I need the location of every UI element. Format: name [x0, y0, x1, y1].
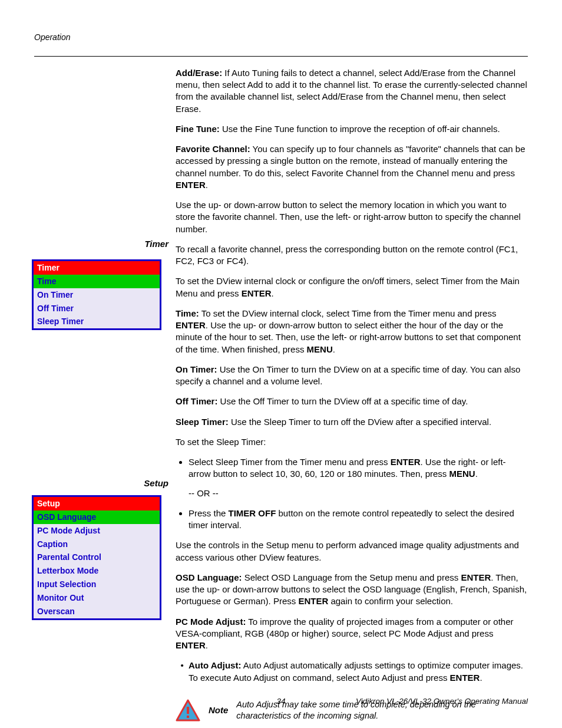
- header-section: Operation: [34, 32, 528, 43]
- timer-menu: Timer Time On Timer Off Timer Sleep Time…: [32, 259, 161, 330]
- setup-menu-title: Setup: [34, 497, 160, 510]
- para-pc-mode: PC Mode Adjust: To improve the quality o…: [176, 616, 528, 652]
- auto-adjust-item: Auto Adjust: Auto Adjust automatically a…: [189, 660, 528, 684]
- footer: 34 Vidikron VL-26/VL-32 Owner's Operatin…: [34, 696, 528, 707]
- setup-menu-highlight: OSD Language: [34, 510, 160, 524]
- timer-menu-title: Timer: [34, 261, 160, 275]
- para-on-timer: On Timer: Use the On Timer to turn the D…: [176, 364, 528, 388]
- timer-menu-highlight: Time: [34, 275, 160, 288]
- para-timer-intro: To set the DView internal clock or confi…: [176, 275, 528, 299]
- sleep-item-2: Press the TIMER OFF button on the remote…: [189, 508, 528, 532]
- para-setup-intro: Use the controls in the Setup menu to pe…: [176, 539, 528, 564]
- para-add-erase: Add/Erase: If Auto Tuning fails to detec…: [176, 67, 528, 115]
- setup-menu-item: Input Selection: [34, 578, 160, 591]
- setup-menu-item: Letterbox Mode: [34, 564, 160, 578]
- para-off-timer: Off Timer: Use the Off Timer to turn the…: [176, 396, 528, 407]
- sidebar-label-timer: Timer: [51, 238, 168, 250]
- para-sleep-timer: Sleep Timer: Use the Sleep Timer to turn…: [176, 416, 528, 428]
- page-number: 34: [276, 696, 285, 707]
- sidebar: Timer Timer Time On Timer Off Timer Slee…: [34, 67, 176, 722]
- main-content: Add/Erase: If Auto Tuning fails to detec…: [176, 67, 528, 722]
- timer-menu-item: Sleep Timer: [34, 315, 160, 328]
- svg-rect-2: [187, 716, 189, 718]
- setup-menu-item: PC Mode Adjust: [34, 524, 160, 538]
- timer-menu-item: On Timer: [34, 288, 160, 302]
- para-sleep-intro: To set the Sleep Timer:: [176, 436, 528, 448]
- pc-mode-list: Auto Adjust: Auto Adjust automatically a…: [176, 660, 528, 684]
- setup-menu-item: Monitor Out: [34, 591, 160, 605]
- svg-rect-1: [187, 707, 189, 714]
- sidebar-label-setup: Setup: [51, 477, 168, 489]
- sleep-list: Select Sleep Timer from the Timer menu a…: [176, 456, 528, 531]
- setup-menu-item: Parental Control: [34, 551, 160, 564]
- para-favorite-2: Use the up- or down-arrow button to sele…: [176, 199, 528, 235]
- sleep-or: -- OR --: [189, 487, 528, 499]
- para-fine-tune: Fine Tune: Use the Fine Tune function to…: [176, 123, 528, 135]
- header-rule: [34, 56, 528, 57]
- para-time: Time: To set the DView internal clock, s…: [176, 308, 528, 355]
- timer-menu-item: Off Timer: [34, 302, 160, 315]
- sleep-item-1: Select Sleep Timer from the Timer menu a…: [189, 456, 528, 499]
- footer-doc-title: Vidikron VL-26/VL-32 Owner's Operating M…: [356, 696, 528, 707]
- setup-menu-item: Overscan: [34, 605, 160, 618]
- para-osd-language: OSD Language: Select OSD Language from t…: [176, 572, 528, 608]
- para-favorite-channel: Favorite Channel: You can specify up to …: [176, 143, 528, 191]
- setup-menu-item: Caption: [34, 538, 160, 551]
- para-favorite-3: To recall a favorite channel, press the …: [176, 243, 528, 268]
- setup-menu: Setup OSD Language PC Mode Adjust Captio…: [32, 495, 161, 620]
